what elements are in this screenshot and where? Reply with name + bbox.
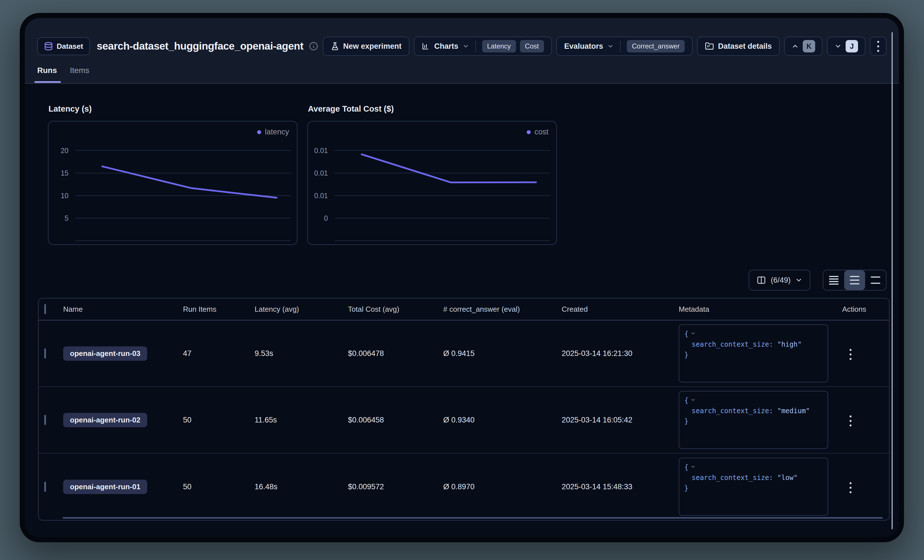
row-height-large-button[interactable] xyxy=(865,270,886,290)
table-row[interactable]: openai-agent-run-03 47 9.53s $0.006478 Ø… xyxy=(39,320,889,387)
dataset-details-button[interactable]: Dataset details xyxy=(697,37,780,56)
created-value: 2025-03-14 16:05:42 xyxy=(562,416,679,424)
charts-label: Charts xyxy=(434,42,459,51)
row-height-medium-button[interactable] xyxy=(844,270,865,290)
column-selector-count: (6/49) xyxy=(771,276,790,284)
column-header-correct-answer[interactable]: # correct_answer (eval) xyxy=(443,305,562,314)
rows-medium-icon xyxy=(850,276,860,284)
svg-text:0.01: 0.01 xyxy=(314,147,328,154)
svg-text:0.01: 0.01 xyxy=(314,169,328,177)
evaluator-tag-correct-answer[interactable]: Correct_answer xyxy=(627,40,685,52)
horizontal-scrollbar[interactable] xyxy=(63,517,883,518)
dataset-type-badge: Dataset xyxy=(37,37,90,55)
column-header-actions: Actions xyxy=(842,305,890,314)
json-close-brace: } xyxy=(684,350,822,360)
row-checkbox[interactable] xyxy=(44,348,46,358)
new-experiment-button[interactable]: New experiment xyxy=(323,37,410,56)
svg-text:0: 0 xyxy=(324,214,328,222)
svg-text:15: 15 xyxy=(61,169,69,177)
shortcut-key-j: J xyxy=(846,40,858,52)
metadata-json-viewer[interactable]: { search_context_size: "low" } xyxy=(679,458,828,516)
tab-runs[interactable]: Runs xyxy=(37,66,57,82)
latency-value: 9.53s xyxy=(255,349,348,358)
shortcut-key-k: K xyxy=(803,40,815,52)
line-chart: 0.010.010.010 xyxy=(308,121,556,244)
column-header-total-cost[interactable]: Total Cost (avg) xyxy=(348,305,443,314)
created-value: 2025-03-14 16:21:30 xyxy=(562,349,679,358)
chart-tag-cost[interactable]: Cost xyxy=(520,40,544,52)
column-header-run-items[interactable]: Run Items xyxy=(183,305,255,314)
row-height-small-button[interactable] xyxy=(824,270,844,290)
line-chart: 2015105 xyxy=(48,121,297,244)
rows-small-icon xyxy=(829,276,838,284)
evaluators-dropdown-button[interactable]: Evaluators Correct_answer xyxy=(556,37,693,56)
next-run-shortcut-button[interactable]: J xyxy=(827,37,866,56)
chevron-down-icon xyxy=(795,277,802,284)
select-all-checkbox[interactable] xyxy=(44,304,46,314)
run-name-badge[interactable]: openai-agent-run-02 xyxy=(63,413,147,427)
collapse-chevron-icon[interactable] xyxy=(690,397,696,403)
flask-icon xyxy=(331,42,339,51)
collapse-chevron-icon[interactable] xyxy=(690,464,696,469)
chart-tag-latency[interactable]: Latency xyxy=(482,40,516,52)
previous-run-shortcut-button[interactable]: K xyxy=(784,37,822,56)
svg-text:5: 5 xyxy=(64,214,69,222)
chart-card: cost 0.010.010.010 xyxy=(308,121,557,245)
json-property: search_context_size: "medium" xyxy=(684,406,822,416)
chevron-up-icon xyxy=(792,43,799,50)
divider xyxy=(476,40,476,52)
metadata-json-viewer[interactable]: { search_context_size: "high" } xyxy=(679,324,828,382)
run-name-badge[interactable]: openai-agent-run-01 xyxy=(63,480,147,494)
row-actions-menu-button[interactable] xyxy=(846,346,855,363)
table-row[interactable]: openai-agent-run-02 50 11.65s $0.006458 … xyxy=(39,387,889,454)
table-row[interactable]: openai-agent-run-01 50 16.48s $0.009572 … xyxy=(39,454,889,520)
charts-row: Latency (s) latency 2015105 Average Tota… xyxy=(48,104,886,245)
correct-answer-value: Ø 0.9340 xyxy=(443,416,562,424)
chart-block: Latency (s) latency 2015105 xyxy=(48,104,297,245)
table-header-row: Name Run Items Latency (avg) Total Cost … xyxy=(39,298,889,320)
json-open-brace: { xyxy=(684,329,822,339)
divider xyxy=(620,40,621,52)
column-selector-button[interactable]: (6/49) xyxy=(748,270,810,290)
row-actions-menu-button[interactable] xyxy=(846,412,855,429)
svg-text:0.01: 0.01 xyxy=(314,192,328,199)
new-experiment-label: New experiment xyxy=(343,42,402,51)
kebab-menu-icon xyxy=(877,41,879,52)
column-header-metadata[interactable]: Metadata xyxy=(679,305,842,314)
latency-value: 11.65s xyxy=(255,416,348,424)
run-name-badge[interactable]: openai-agent-run-03 xyxy=(63,346,147,361)
column-header-latency[interactable]: Latency (avg) xyxy=(255,305,348,314)
tab-bar: Runs Items xyxy=(37,66,886,82)
app-window: Dataset search-dataset_huggingface_opena… xyxy=(25,18,899,537)
dataset-details-label: Dataset details xyxy=(718,42,772,51)
column-header-name[interactable]: Name xyxy=(63,305,183,314)
charts-dropdown-button[interactable]: Charts Latency Cost xyxy=(414,37,552,56)
row-checkbox[interactable] xyxy=(44,415,46,425)
tab-runs-label: Runs xyxy=(37,66,57,75)
row-checkbox[interactable] xyxy=(44,482,46,492)
evaluators-label: Evaluators xyxy=(564,42,603,51)
columns-icon xyxy=(756,276,766,285)
correct-answer-value: Ø 0.8970 xyxy=(443,482,562,491)
column-header-created[interactable]: Created xyxy=(562,305,679,314)
metadata-json-viewer[interactable]: { search_context_size: "medium" } xyxy=(679,391,828,449)
json-close-brace: } xyxy=(684,483,822,494)
row-height-toggle-group xyxy=(823,270,886,290)
dataset-badge-label: Dataset xyxy=(57,42,83,51)
chart-card: latency 2015105 xyxy=(48,121,297,245)
chevron-down-icon xyxy=(607,43,614,49)
kebab-menu-icon xyxy=(849,482,852,493)
chart-title: Average Total Cost ($) xyxy=(308,104,557,114)
total-cost-value: $0.006458 xyxy=(348,416,443,424)
tab-items[interactable]: Items xyxy=(70,66,89,82)
latency-value: 16.48s xyxy=(255,482,348,491)
header-more-menu-button[interactable] xyxy=(870,37,886,56)
runs-table: Name Run Items Latency (avg) Total Cost … xyxy=(38,298,890,521)
svg-text:20: 20 xyxy=(61,147,69,154)
header-actions: New experiment Charts Latency Cost xyxy=(323,37,886,56)
info-icon[interactable] xyxy=(309,42,318,51)
collapse-chevron-icon[interactable] xyxy=(690,331,696,336)
vertical-scrollbar[interactable] xyxy=(892,32,893,529)
json-property: search_context_size: "low" xyxy=(684,473,822,483)
row-actions-menu-button[interactable] xyxy=(846,479,855,496)
